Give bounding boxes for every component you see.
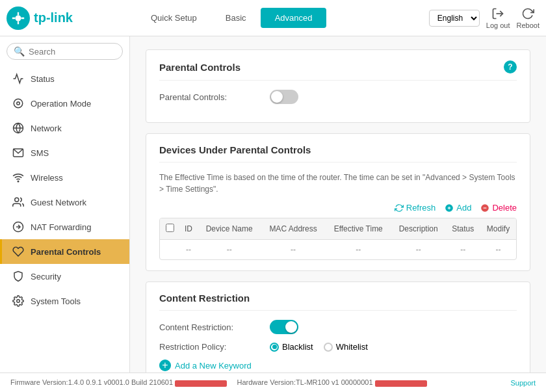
logo: tp-link [6, 7, 136, 30]
sidebar-item-guest-network[interactable]: Guest Network [0, 190, 129, 215]
sidebar-item-status[interactable]: Status [0, 66, 129, 91]
logo-icon [6, 7, 30, 30]
content-restriction-toggle-row: Content Restriction: [159, 320, 517, 334]
tab-advanced[interactable]: Advanced [261, 8, 327, 28]
cell-id: -- [179, 240, 198, 260]
sidebar-item-wireless[interactable]: Wireless [0, 165, 129, 190]
cell-status: -- [446, 240, 480, 260]
svg-point-11 [17, 300, 20, 303]
parental-controls-title: Parental Controls ? [159, 60, 517, 81]
content-area: Parental Controls ? Parental Controls: D… [130, 36, 546, 372]
logout-icon [491, 7, 504, 20]
tp-link-logo-svg [11, 11, 25, 25]
table-row: -- -- -- -- -- -- -- [160, 240, 516, 260]
sidebar-item-label: SMS [31, 148, 49, 158]
header-right: English Log out Reboot [429, 7, 540, 29]
whitelist-radio-dot [324, 343, 333, 352]
cell-description: -- [391, 240, 446, 260]
info-text: The Effective Time is based on the time … [159, 172, 517, 195]
nat-icon [12, 221, 24, 233]
sms-icon [12, 147, 24, 159]
content-restriction-toggle[interactable] [270, 320, 298, 334]
reboot-icon [521, 7, 534, 20]
col-device-name: Device Name [198, 218, 261, 240]
svg-point-0 [15, 15, 21, 21]
sidebar-item-label: Network [31, 124, 62, 133]
sidebar-item-label: Wireless [31, 173, 63, 183]
sidebar-item-network[interactable]: Network [0, 116, 129, 140]
select-all-checkbox[interactable] [166, 224, 174, 232]
tab-basic[interactable]: Basic [211, 8, 261, 28]
radio-blacklist[interactable]: Blacklist [270, 342, 313, 352]
cell-effective-time: -- [326, 240, 391, 260]
status-icon [12, 73, 24, 85]
radio-whitelist[interactable]: Whitelist [324, 342, 368, 352]
search-icon: 🔍 [14, 46, 25, 57]
nav-tabs: Quick Setup Basic Advanced [136, 8, 429, 28]
toggle-knob [285, 321, 297, 333]
parental-controls-toggle-row: Parental Controls: [159, 90, 517, 104]
refresh-icon [395, 203, 404, 213]
logout-button[interactable]: Log out [486, 7, 510, 29]
support-link[interactable]: Support [510, 379, 536, 387]
sidebar-item-system-tools[interactable]: System Tools [0, 289, 129, 313]
parental-controls-section: Parental Controls ? Parental Controls: [146, 49, 530, 123]
parental-controls-toggle[interactable] [270, 90, 298, 104]
svg-point-7 [18, 181, 19, 182]
col-description: Description [391, 218, 446, 240]
svg-point-2 [17, 102, 20, 105]
sidebar-item-operation-mode[interactable]: Operation Mode [0, 91, 129, 116]
sidebar-item-label: System Tools [31, 296, 81, 306]
add-button[interactable]: Add [445, 203, 471, 213]
col-checkbox [160, 218, 179, 240]
sidebar-item-label: Guest Network [31, 198, 86, 207]
help-icon[interactable]: ? [504, 60, 517, 73]
svg-point-3 [14, 99, 23, 108]
table-header-row: ID Device Name MAC Address Effective Tim… [160, 218, 516, 240]
language-select[interactable]: English [429, 10, 480, 27]
sidebar-item-label: Status [31, 74, 55, 84]
col-modify: Modify [480, 218, 516, 240]
add-keyword-button[interactable]: + Add a New Keyword [159, 359, 517, 371]
reboot-button[interactable]: Reboot [517, 7, 540, 29]
cell-modify: -- [480, 240, 516, 260]
devices-table: ID Device Name MAC Address Effective Tim… [160, 218, 516, 259]
tab-quick-setup[interactable]: Quick Setup [136, 8, 211, 28]
header: tp-link Quick Setup Basic Advanced Engli… [0, 0, 546, 36]
cell-mac: -- [261, 240, 325, 260]
cell-checkbox [160, 240, 179, 260]
sidebar-item-security[interactable]: Security [0, 264, 129, 289]
sidebar-item-label: Operation Mode [31, 99, 91, 109]
network-icon [12, 122, 24, 134]
search-box: 🔍 [0, 36, 129, 66]
col-effective-time: Effective Time [326, 218, 391, 240]
refresh-button[interactable]: Refresh [395, 203, 436, 213]
sidebar-item-sms[interactable]: SMS [0, 140, 129, 165]
sidebar-item-nat-forwarding[interactable]: NAT Forwarding [0, 215, 129, 239]
delete-button[interactable]: Delete [480, 203, 517, 213]
restriction-policy-row: Restriction Policy: Blacklist Whitelist [159, 342, 517, 352]
delete-icon [480, 203, 489, 213]
toggle-knob [271, 91, 283, 103]
restriction-policy-label: Restriction Policy: [159, 342, 263, 352]
sidebar-item-parental-controls[interactable]: Parental Controls [0, 239, 129, 264]
devices-section-title: Devices Under Parental Controls [159, 144, 517, 163]
blacklist-radio-dot [270, 343, 279, 352]
guest-network-icon [12, 196, 24, 208]
devices-section: Devices Under Parental Controls The Effe… [146, 133, 530, 271]
main-layout: 🔍 Status Operation Mode Network SMS Wire… [0, 36, 546, 372]
footer-firmware: Firmware Version:1.4.0 0.9.1 v0001.0 Bui… [10, 378, 427, 386]
content-restriction-section: Content Restriction Content Restriction:… [146, 281, 530, 372]
footer-firmware-redacted [175, 380, 227, 387]
search-input-wrap: 🔍 [6, 43, 123, 60]
sidebar-item-label: NAT Forwarding [31, 222, 91, 232]
parental-controls-icon [12, 246, 24, 257]
footer-hardware-redacted [375, 380, 427, 387]
add-keyword-icon: + [159, 359, 171, 371]
footer: Firmware Version:1.4.0 0.9.1 v0001.0 Bui… [0, 372, 546, 392]
search-input[interactable] [29, 47, 116, 57]
svg-point-8 [15, 198, 19, 202]
sidebar-item-label: Parental Controls [31, 247, 101, 257]
parental-controls-label: Parental Controls: [159, 92, 263, 102]
col-status: Status [446, 218, 480, 240]
